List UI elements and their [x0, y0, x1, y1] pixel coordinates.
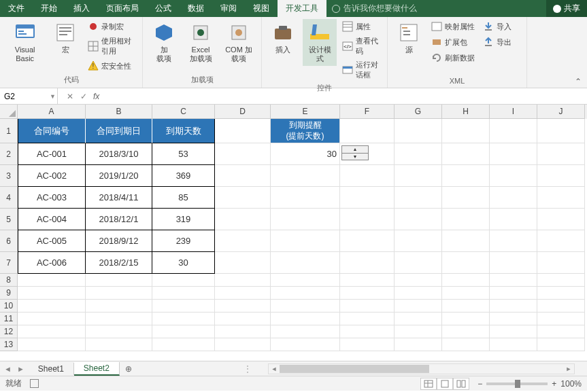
xml-source-button[interactable]: 源 — [392, 19, 426, 57]
cell-B5[interactable]: 2018/12/1 — [86, 209, 152, 230]
excel-addins-button[interactable]: Excel 加载项 — [184, 19, 218, 66]
row-header-1[interactable]: 1 — [0, 119, 18, 143]
cell-G1[interactable] — [395, 119, 442, 143]
cell-D7[interactable] — [215, 252, 271, 274]
tab-formula[interactable]: 公式 — [147, 0, 180, 17]
horizontal-scrollbar[interactable]: ◄ ► — [268, 363, 575, 374]
row-header-7[interactable]: 7 — [0, 252, 18, 274]
cell-F6[interactable] — [340, 230, 395, 252]
tab-insert[interactable]: 插入 — [65, 0, 98, 17]
cell-G11[interactable] — [395, 313, 442, 325]
col-header-I[interactable]: I — [490, 105, 537, 119]
cell-G3[interactable] — [395, 165, 442, 187]
cell-F4[interactable] — [340, 187, 395, 209]
cell-F11[interactable] — [340, 313, 395, 325]
cell-B8[interactable] — [86, 274, 152, 287]
addins-button[interactable]: 加 载项 — [147, 19, 181, 66]
cell-C10[interactable] — [152, 300, 215, 313]
cell-A5[interactable]: AC-004 — [18, 209, 86, 230]
cell-G9[interactable] — [395, 287, 442, 300]
cell-A7[interactable]: AC-006 — [18, 252, 86, 274]
cell-F5[interactable] — [340, 209, 395, 230]
cell-E6[interactable] — [271, 230, 340, 252]
row-header-4[interactable]: 4 — [0, 187, 18, 209]
cell-E9[interactable] — [271, 287, 340, 300]
insert-control-button[interactable]: 插入 — [266, 19, 300, 57]
page-break-button[interactable] — [453, 378, 469, 390]
col-header-E[interactable]: E — [271, 105, 340, 119]
cell-B11[interactable] — [86, 313, 152, 325]
name-box[interactable]: G2 ▼ — [0, 88, 58, 104]
cell-G6[interactable] — [395, 230, 442, 252]
row-header-10[interactable]: 10 — [0, 300, 18, 313]
col-header-B[interactable]: B — [86, 105, 152, 119]
run-dialog-button[interactable]: 运行对话框 — [339, 58, 383, 82]
page-layout-button[interactable] — [437, 378, 453, 390]
col-header-J[interactable]: J — [537, 105, 585, 119]
cell-A8[interactable] — [18, 274, 86, 287]
tab-review[interactable]: 审阅 — [212, 0, 245, 17]
collapse-ribbon-button[interactable]: ⌃ — [572, 77, 584, 85]
cell-H9[interactable] — [442, 287, 490, 300]
cell-D5[interactable] — [215, 209, 271, 230]
spin-up-button[interactable]: ▲ — [342, 146, 368, 154]
cell-J10[interactable] — [537, 300, 585, 313]
share-button[interactable]: 共享 — [546, 0, 587, 17]
normal-view-button[interactable] — [420, 378, 437, 390]
cell-J5[interactable] — [537, 209, 585, 230]
cell-J8[interactable] — [537, 274, 585, 287]
cell-I7[interactable] — [490, 252, 537, 274]
cell-F10[interactable] — [340, 300, 395, 313]
cell-A2[interactable]: AC-001 — [18, 143, 86, 165]
cell-D6[interactable] — [215, 230, 271, 252]
cell-C5[interactable]: 319 — [152, 209, 215, 230]
cell-I9[interactable] — [490, 287, 537, 300]
map-properties-button[interactable]: 映射属性 — [429, 19, 477, 34]
hscroll-thumb[interactable] — [280, 365, 429, 373]
chevron-down-icon[interactable]: ▼ — [50, 93, 56, 100]
tab-home[interactable]: 开始 — [33, 0, 65, 17]
cell-H2[interactable] — [442, 143, 490, 165]
tab-view[interactable]: 视图 — [245, 0, 278, 17]
cell-D1[interactable] — [215, 119, 271, 143]
cell-J2[interactable] — [537, 143, 585, 165]
cell-I4[interactable] — [490, 187, 537, 209]
macro-record-icon[interactable] — [30, 379, 39, 388]
cell-G4[interactable] — [395, 187, 442, 209]
cell-I1[interactable] — [490, 119, 537, 143]
expansion-button[interactable]: 扩展包 — [429, 35, 477, 50]
macro-security-button[interactable]: !宏安全性 — [85, 58, 138, 73]
cell-J12[interactable] — [537, 325, 585, 338]
cell-J6[interactable] — [537, 230, 585, 252]
cell-E2[interactable]: 30 — [271, 143, 340, 165]
cell-E1[interactable]: 到期提醒(提前天数) — [271, 119, 340, 143]
cell-F12[interactable] — [340, 325, 395, 338]
cell-D8[interactable] — [215, 274, 271, 287]
cell-C9[interactable] — [152, 287, 215, 300]
cell-F13[interactable] — [340, 338, 395, 351]
cell-F9[interactable] — [340, 287, 395, 300]
cell-D12[interactable] — [215, 325, 271, 338]
row-header-6[interactable]: 6 — [0, 230, 18, 252]
cell-G12[interactable] — [395, 325, 442, 338]
cell-I10[interactable] — [490, 300, 537, 313]
sheet-tab-1[interactable]: Sheet1 — [29, 363, 74, 375]
cell-F8[interactable] — [340, 274, 395, 287]
cell-G10[interactable] — [395, 300, 442, 313]
cell-H5[interactable] — [442, 209, 490, 230]
cell-A1[interactable]: 合同编号 — [18, 119, 86, 143]
cell-B3[interactable]: 2019/1/20 — [86, 165, 152, 187]
design-mode-button[interactable]: 设计模式 — [303, 19, 337, 66]
scroll-left-button[interactable]: ◄ — [269, 366, 280, 372]
col-header-G[interactable]: G — [395, 105, 442, 119]
cell-D3[interactable] — [215, 165, 271, 187]
cell-J13[interactable] — [537, 338, 585, 351]
cell-B13[interactable] — [86, 338, 152, 351]
cancel-formula-button[interactable] — [63, 92, 77, 101]
cell-I3[interactable] — [490, 165, 537, 187]
cell-D11[interactable] — [215, 313, 271, 325]
zoom-slider[interactable] — [486, 382, 548, 385]
cell-E12[interactable] — [271, 325, 340, 338]
record-macro-button[interactable]: 录制宏 — [85, 19, 138, 34]
cell-H8[interactable] — [442, 274, 490, 287]
